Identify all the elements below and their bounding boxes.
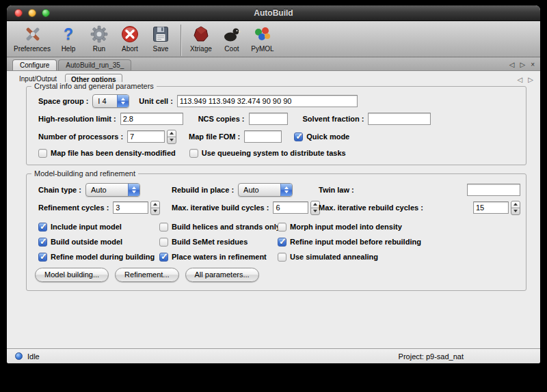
chain-type-value: Auto [91, 186, 107, 194]
minimize-window-button[interactable] [28, 9, 36, 17]
toolbar: Preferences ? Help Run [7, 21, 540, 57]
queueing-system-checkbox[interactable]: Use queueing system to distribute tasks [189, 149, 346, 158]
model-building-button[interactable]: Model building... [35, 268, 109, 282]
chain-type-dropdown[interactable]: Auto [85, 183, 140, 197]
tab-prev-icon[interactable]: ◁ [509, 61, 515, 68]
checkbox-checked-icon [278, 238, 286, 247]
density-modified-checkbox[interactable]: Map file has been density-modified [38, 149, 176, 158]
space-group-value: I 4 [98, 97, 106, 105]
rebuild-in-place-dropdown[interactable]: Auto [238, 183, 293, 197]
toolbar-label: PyMOL [251, 45, 274, 53]
toolbar-separator [181, 25, 181, 56]
unit-cell-input[interactable] [177, 95, 358, 107]
checkbox-unchecked-icon [278, 253, 286, 262]
processors-stepper[interactable] [167, 130, 176, 144]
build-outside-model-checkbox[interactable]: Build outside model [38, 238, 122, 247]
checkbox-unchecked-icon [159, 238, 168, 247]
build-semet-residues-checkbox[interactable]: Build SeMet residues [159, 238, 248, 247]
toolbar-label: Help [62, 45, 76, 53]
processors-row: Number of processors : Map file FOM : Qu… [27, 129, 526, 144]
toolbar-button-abort[interactable]: Abort [117, 24, 143, 53]
window-title: AutoBuild [7, 5, 540, 21]
checkbox-label: Quick mode [306, 132, 349, 141]
toolbar-button-coot[interactable]: Coot [219, 24, 245, 53]
checkbox-checked-icon [159, 253, 168, 262]
checkbox-label: Refine input model before rebuilding [290, 238, 421, 246]
processors-input[interactable] [127, 130, 165, 143]
checkbox-unchecked-icon [189, 149, 198, 158]
checkbox-label: Map file has been density-modified [51, 149, 176, 157]
checkbox-label: Build outside model [51, 238, 122, 246]
toolbar-button-run[interactable]: Run [86, 24, 112, 53]
refinement-button[interactable]: Refinement... [115, 268, 178, 282]
window-controls [14, 9, 50, 17]
run-gear-icon [90, 24, 108, 44]
refine-during-building-checkbox[interactable]: Refine model during building [38, 253, 155, 262]
crystal-checkbox-row: Map file has been density-modified Use q… [27, 147, 526, 159]
zoom-window-button[interactable] [42, 9, 50, 17]
simulated-annealing-checkbox[interactable]: Use simulated annealing [278, 253, 378, 262]
checkbox-checked-icon [294, 132, 303, 141]
checkbox-label: Place waters in refinement [172, 253, 267, 261]
model-checkbox-row-1: Include input model Build helices and st… [27, 221, 526, 233]
map-file-fom-input[interactable] [244, 130, 282, 143]
solvent-fraction-label: Solvent fraction : [303, 115, 364, 123]
checkbox-checked-icon [38, 223, 47, 232]
popup-arrows-icon [128, 184, 139, 196]
twin-law-label: Twin law : [319, 186, 354, 194]
space-group-row: Space group : I 4 Unit cell : [27, 94, 526, 109]
help-icon: ? [64, 24, 73, 44]
titlebar[interactable]: AutoBuild [7, 5, 540, 21]
max-rebuild-cycles-input[interactable] [473, 201, 509, 214]
model-buttons-row: Model building... Refinement... All para… [27, 267, 526, 282]
pymol-icon [254, 24, 271, 44]
build-helices-strands-checkbox[interactable]: Build helices and strands only [159, 223, 280, 232]
toolbar-button-save[interactable]: Save [148, 24, 174, 53]
solvent-fraction-input[interactable] [368, 113, 431, 125]
toolbar-button-preferences[interactable]: Preferences [14, 24, 51, 53]
toolbar-label: Xtriage [190, 45, 212, 53]
toolbar-label: Preferences [14, 45, 51, 53]
checkbox-label: Use simulated annealing [290, 253, 378, 261]
checkbox-unchecked-icon [38, 149, 47, 158]
max-build-cycles-input[interactable] [273, 201, 308, 214]
sub-tab-prev-icon[interactable]: ◁ [518, 76, 523, 83]
configure-panel: Input/Output Other options ◁ ▷ Crystal i… [7, 71, 540, 348]
group-title: Model-building and refinement [31, 169, 138, 178]
toolbar-button-help[interactable]: ? Help [55, 24, 81, 53]
tab-next-icon[interactable]: ▷ [520, 61, 525, 68]
max-rebuild-cycles-label: Max. iterative rebuild cycles : [319, 204, 423, 212]
chain-type-label: Chain type : [38, 186, 81, 194]
sub-tab-next-icon[interactable]: ▷ [528, 76, 533, 83]
place-waters-checkbox[interactable]: Place waters in refinement [159, 253, 267, 262]
max-rebuild-cycles-stepper[interactable] [511, 201, 520, 215]
high-resolution-label: High-resolution limit : [38, 115, 116, 123]
toolbar-button-xtriage[interactable]: Xtriage [188, 24, 214, 53]
save-floppy-icon [152, 24, 169, 44]
quick-mode-checkbox[interactable]: Quick mode [294, 132, 349, 141]
refinement-cycles-input[interactable] [113, 201, 148, 214]
refine-input-model-checkbox[interactable]: Refine input model before rebuilding [278, 238, 421, 247]
space-group-dropdown[interactable]: I 4 [92, 94, 129, 108]
morph-input-model-checkbox[interactable]: Morph input model into density [278, 223, 402, 232]
coot-bird-icon [222, 24, 241, 44]
space-group-label: Space group : [38, 97, 88, 105]
tab-autobuild-run[interactable]: AutoBuild_run_35_ [58, 59, 131, 70]
include-input-model-checkbox[interactable]: Include input model [38, 223, 122, 232]
xtriage-icon [192, 24, 210, 44]
tab-configure[interactable]: Configure [12, 59, 57, 70]
checkbox-label: Morph input model into density [290, 223, 402, 231]
close-window-button[interactable] [14, 9, 23, 17]
unit-cell-label: Unit cell : [139, 97, 173, 105]
checkbox-checked-icon [38, 253, 47, 262]
twin-law-input[interactable] [467, 184, 520, 196]
checkbox-label: Build helices and strands only [172, 223, 280, 231]
model-checkbox-row-2: Build outside model Build SeMet residues… [27, 236, 526, 248]
ncs-copies-input[interactable] [249, 113, 288, 125]
refinement-cycles-stepper[interactable] [150, 201, 160, 215]
all-parameters-button[interactable]: All parameters... [185, 268, 259, 282]
high-resolution-input[interactable] [120, 113, 183, 125]
toolbar-button-pymol[interactable]: PyMOL [250, 24, 276, 53]
tab-close-icon[interactable]: × [531, 61, 535, 68]
preferences-icon [23, 24, 42, 44]
